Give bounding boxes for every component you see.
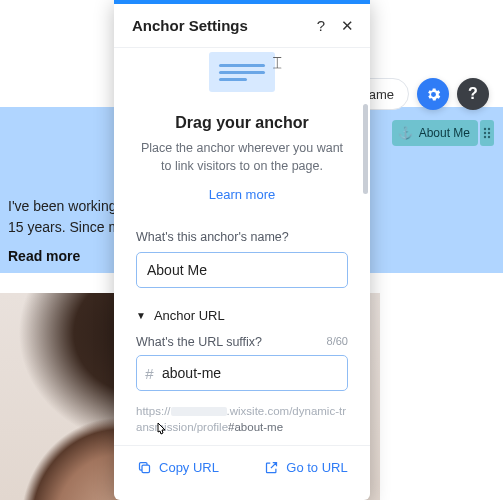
learn-more-link[interactable]: Learn more [114, 187, 370, 220]
background-paragraph: I've been working 15 years. Since m [8, 196, 120, 238]
url-suffix-input[interactable] [162, 356, 347, 390]
drag-subtext: Place the anchor wherever you want to li… [114, 140, 370, 187]
svg-point-0 [484, 128, 486, 130]
anchor-tag[interactable]: ⚓ About Me [392, 120, 478, 146]
anchor-drag-handle[interactable] [480, 120, 494, 146]
panel-help-button[interactable]: ? [308, 13, 334, 39]
hash-prefix: # [137, 365, 162, 382]
svg-point-2 [484, 132, 486, 134]
drag-illustration: ⌶ [114, 48, 370, 114]
svg-rect-6 [142, 465, 150, 473]
gear-icon [425, 86, 442, 103]
drag-heading: Drag your anchor [114, 114, 370, 140]
anchor-tag-label: About Me [419, 126, 470, 140]
external-link-icon [264, 460, 279, 475]
url-suffix-field-wrap: # [136, 355, 348, 391]
url-suffix-label: What's the URL suffix? [136, 335, 262, 349]
text-cursor-icon: ⌶ [273, 54, 281, 70]
anchor-icon: ⚓ [398, 126, 413, 140]
panel-close-button[interactable]: ✕ [334, 13, 360, 39]
url-suffix-counter: 8/60 [327, 335, 348, 349]
scrollbar-thumb[interactable] [363, 104, 368, 194]
redacted-segment [171, 407, 227, 416]
anchor-name-label: What's this anchor's name? [136, 230, 348, 244]
svg-point-3 [488, 132, 490, 134]
help-button[interactable]: ? [457, 78, 489, 110]
settings-button[interactable] [417, 78, 449, 110]
copy-url-button[interactable]: Copy URL [114, 446, 242, 488]
full-url-preview: https://.wixsite.com/dynamic-transmissio… [114, 393, 370, 445]
copy-icon [137, 460, 152, 475]
anchor-settings-panel: Anchor Settings ? ✕ ⌶ Drag your anchor P… [114, 0, 370, 500]
anchor-url-toggle[interactable]: ▼ Anchor URL [114, 294, 370, 329]
anchor-url-heading: Anchor URL [154, 308, 225, 323]
svg-point-5 [488, 136, 490, 138]
anchor-name-input[interactable] [136, 252, 348, 288]
svg-point-1 [488, 128, 490, 130]
read-more-link[interactable]: Read more [8, 248, 80, 264]
go-to-url-button[interactable]: Go to URL [242, 446, 370, 488]
svg-point-4 [484, 136, 486, 138]
panel-title: Anchor Settings [132, 17, 308, 34]
chevron-down-icon: ▼ [136, 310, 146, 321]
